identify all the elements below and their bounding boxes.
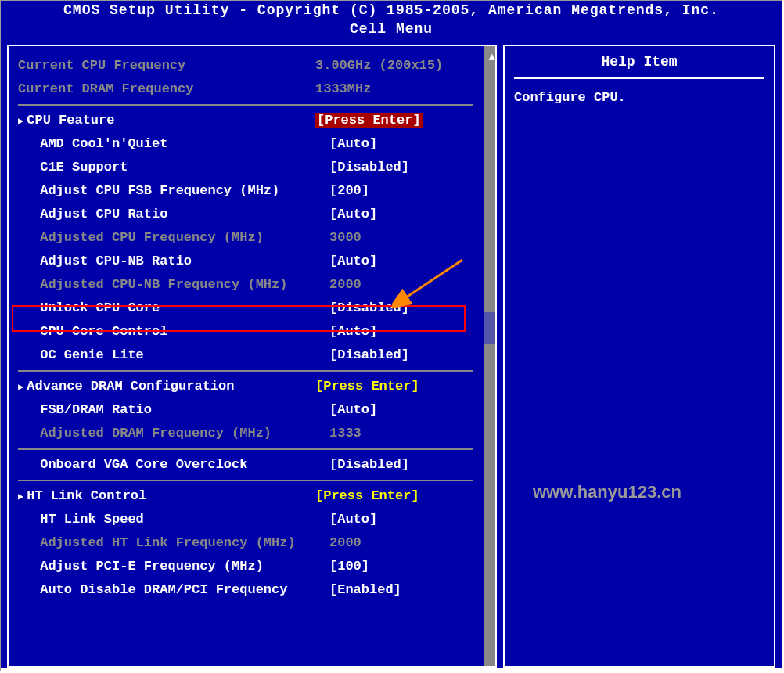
setting-row[interactable]: Advance DRAM Configuration[Press Enter] [18, 375, 473, 398]
setting-value: 1333 [329, 422, 473, 445]
setting-row[interactable]: CPU Core Control[Auto] [18, 320, 473, 344]
setting-value: 2000 [329, 273, 473, 297]
setting-row[interactable]: Onboard VGA Core Overclock[Disabled] [18, 453, 473, 477]
info-label: Current CPU Frequency [18, 54, 315, 77]
setting-row[interactable]: Unlock CPU Core[Disabled] [18, 297, 473, 320]
watermark: www.hanyu123.cn [533, 482, 682, 502]
separator [18, 370, 473, 372]
setting-row[interactable]: HT Link Speed[Auto] [18, 508, 473, 531]
menu-title: Cell Menu [1, 20, 782, 38]
setting-row[interactable]: HT Link Control[Press Enter] [18, 484, 473, 508]
help-panel: Help Item Configure CPU. [503, 45, 775, 668]
setting-label: AMD Cool'n'Quiet [18, 132, 329, 156]
setting-row[interactable]: AMD Cool'n'Quiet[Auto] [18, 132, 473, 156]
setting-value[interactable]: [Press Enter] [315, 484, 473, 508]
scroll-thumb[interactable] [484, 312, 495, 344]
separator [18, 104, 473, 106]
scrollbar[interactable]: ▲ [484, 46, 495, 666]
setting-row: Adjusted CPU-NB Frequency (MHz)2000 [18, 273, 473, 297]
main-area: Current CPU Frequency 3.00GHz (200x15) C… [1, 38, 782, 668]
setting-value[interactable]: [Auto] [329, 508, 473, 531]
setting-row[interactable]: Adjust CPU Ratio[Auto] [18, 203, 473, 226]
info-dram-freq: Current DRAM Frequency 1333MHz [18, 77, 473, 101]
setting-label: Adjusted HT Link Frequency (MHz) [18, 531, 329, 555]
setting-label: Unlock CPU Core [18, 297, 329, 320]
info-cpu-freq: Current CPU Frequency 3.00GHz (200x15) [18, 54, 473, 77]
setting-label: Adjusted CPU Frequency (MHz) [18, 226, 329, 250]
setting-row[interactable]: Adjust CPU FSB Frequency (MHz)[200] [18, 179, 473, 203]
setting-label: Adjust PCI-E Frequency (MHz) [18, 555, 329, 578]
setting-row: Adjusted HT Link Frequency (MHz)2000 [18, 531, 473, 555]
setting-value[interactable]: [Press Enter] [315, 109, 473, 132]
setting-value[interactable]: [Disabled] [329, 297, 473, 320]
setting-row[interactable]: FSB/DRAM Ratio[Auto] [18, 398, 473, 422]
setting-row[interactable]: Adjust PCI-E Frequency (MHz)[100] [18, 555, 473, 578]
scroll-up-icon[interactable]: ▲ [489, 51, 495, 63]
setting-label: Advance DRAM Configuration [18, 375, 315, 398]
separator [18, 480, 473, 481]
setting-value[interactable]: [Press Enter] [315, 375, 473, 398]
setting-value[interactable]: [Enabled] [329, 578, 473, 602]
setting-value[interactable]: [200] [329, 179, 473, 203]
separator [18, 448, 473, 450]
setting-value[interactable]: [Auto] [329, 250, 473, 273]
setting-label: HT Link Speed [18, 508, 329, 531]
setting-row: Adjusted DRAM Frequency (MHz)1333 [18, 422, 473, 445]
setting-value: 2000 [329, 531, 473, 555]
setting-row: Adjusted CPU Frequency (MHz)3000 [18, 226, 473, 250]
setting-label: CPU Core Control [18, 320, 329, 344]
setting-label: Adjusted DRAM Frequency (MHz) [18, 422, 329, 445]
setting-label: HT Link Control [18, 484, 315, 508]
info-value: 1333MHz [315, 77, 473, 101]
setting-value: 3000 [329, 226, 473, 250]
help-title: Help Item [514, 54, 764, 79]
setting-label: Onboard VGA Core Overclock [18, 453, 329, 477]
setting-label: Adjust CPU FSB Frequency (MHz) [18, 179, 329, 203]
setting-row[interactable]: OC Genie Lite[Disabled] [18, 344, 473, 367]
settings-panel: Current CPU Frequency 3.00GHz (200x15) C… [7, 45, 497, 668]
setting-label: CPU Feature [18, 109, 315, 132]
setting-value[interactable]: [Auto] [329, 398, 473, 422]
bios-window: CMOS Setup Utility - Copyright (C) 1985-… [0, 0, 782, 671]
setting-row[interactable]: CPU Feature[Press Enter] [18, 109, 473, 132]
info-label: Current DRAM Frequency [18, 77, 315, 101]
setting-label: C1E Support [18, 156, 329, 179]
setting-value[interactable]: [Disabled] [329, 344, 473, 367]
setting-label: Adjusted CPU-NB Frequency (MHz) [18, 273, 329, 297]
setting-value[interactable]: [Auto] [329, 132, 473, 156]
setting-row[interactable]: C1E Support[Disabled] [18, 156, 473, 179]
setting-value[interactable]: [100] [329, 555, 473, 578]
setting-label: Adjust CPU-NB Ratio [18, 250, 329, 273]
setting-value[interactable]: [Disabled] [329, 156, 473, 179]
title-bar: CMOS Setup Utility - Copyright (C) 1985-… [1, 1, 782, 20]
info-value: 3.00GHz (200x15) [315, 54, 473, 77]
setting-label: Auto Disable DRAM/PCI Frequency [18, 578, 329, 602]
setting-label: OC Genie Lite [18, 344, 329, 367]
setting-row[interactable]: Adjust CPU-NB Ratio[Auto] [18, 250, 473, 273]
setting-row[interactable]: Auto Disable DRAM/PCI Frequency[Enabled] [18, 578, 473, 602]
setting-label: FSB/DRAM Ratio [18, 398, 329, 422]
help-text: Configure CPU. [514, 90, 764, 105]
setting-label: Adjust CPU Ratio [18, 203, 329, 226]
setting-value[interactable]: [Disabled] [329, 453, 473, 477]
setting-value[interactable]: [Auto] [329, 203, 473, 226]
setting-value[interactable]: [Auto] [329, 320, 473, 344]
